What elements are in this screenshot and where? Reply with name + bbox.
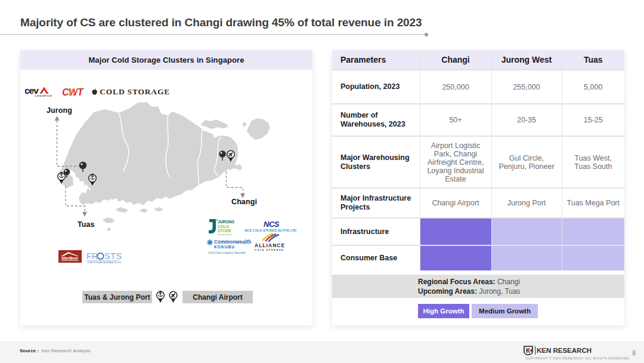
svg-text:NCS: NCS bbox=[264, 220, 280, 229]
svg-text:Cold-Chain Logistics Specialis: Cold-Chain Logistics Specialist bbox=[208, 251, 246, 254]
svg-text:Commonwealth: Commonwealth bbox=[214, 239, 251, 245]
svg-text:ALLIANCE: ALLIANCE bbox=[255, 242, 285, 248]
svg-text:STS: STS bbox=[104, 251, 122, 261]
svg-text:FR: FR bbox=[86, 251, 98, 261]
svg-text:Freshness keepers: Freshness keepers bbox=[218, 233, 232, 236]
svg-text:YOUR FOOD AND BEVERAGE SOLUTIO: YOUR FOOD AND BEVERAGE SOLUTION bbox=[87, 262, 122, 264]
svg-text:COLD STORAGE: COLD STORAGE bbox=[255, 249, 284, 251]
svg-text:NCS COLD STORES (S) PTE LTD: NCS COLD STORES (S) PTE LTD bbox=[244, 229, 296, 232]
svg-text:KOKUBU: KOKUBU bbox=[214, 245, 235, 249]
svg-text:COLD: COLD bbox=[218, 224, 229, 229]
svg-text:STORE: STORE bbox=[218, 229, 232, 233]
svg-text:KEN RESEARCH: KEN RESEARCH bbox=[537, 347, 592, 354]
svg-text:StorBest: StorBest bbox=[61, 256, 78, 260]
svg-text:JURONG: JURONG bbox=[218, 220, 234, 224]
